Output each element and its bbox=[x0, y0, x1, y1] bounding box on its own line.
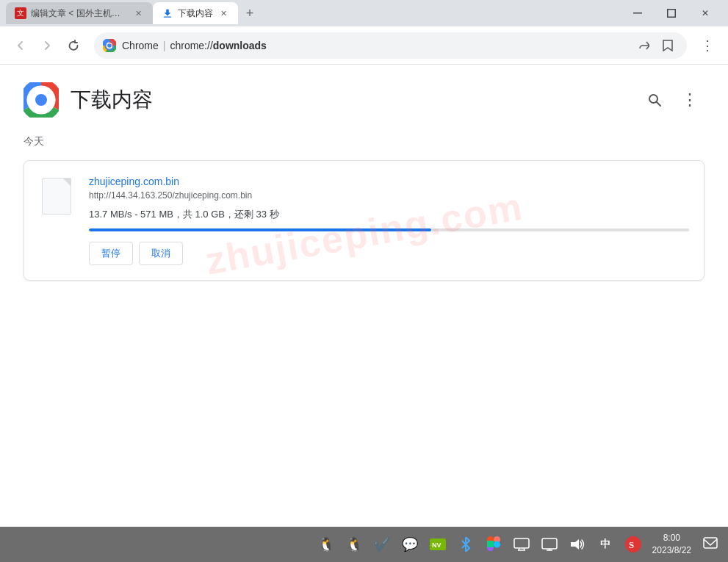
navigation-bar: Chrome | chrome://downloads ⋮ bbox=[0, 26, 728, 65]
svg-point-10 bbox=[35, 94, 47, 106]
download-file-icon bbox=[39, 176, 74, 217]
active-tab-favicon bbox=[162, 7, 173, 19]
svg-marker-27 bbox=[571, 539, 579, 550]
address-url-prefix: chrome:// bbox=[170, 40, 212, 51]
svg-rect-0 bbox=[164, 16, 172, 17]
inactive-tab-favicon: 文 bbox=[15, 7, 26, 19]
svg-point-7 bbox=[107, 43, 112, 48]
download-url: http://144.34.163.250/zhujiceping.com.bi… bbox=[89, 190, 689, 201]
download-filename[interactable]: zhujiceping.com.bin bbox=[89, 176, 689, 187]
inactive-tab-close[interactable]: ✕ bbox=[132, 7, 144, 19]
download-item: zhujiceping.com.bin http://144.34.163.25… bbox=[24, 160, 704, 281]
page-header-actions: ⋮ bbox=[640, 85, 704, 115]
forward-button[interactable] bbox=[35, 34, 59, 57]
window-controls: ✕ bbox=[621, 0, 722, 26]
sogou-icon[interactable]: S bbox=[621, 533, 645, 556]
cancel-button[interactable]: 取消 bbox=[139, 242, 183, 265]
file-icon-shape bbox=[42, 178, 71, 215]
qq-icon[interactable]: 🐧 bbox=[314, 533, 338, 556]
download-progress-fill bbox=[89, 228, 431, 231]
volume-icon[interactable] bbox=[566, 533, 589, 556]
bluetooth-icon[interactable] bbox=[454, 533, 477, 556]
inactive-tab[interactable]: 文 编辑文章 < 国外主机测评 ✕ bbox=[6, 2, 153, 24]
svg-rect-1 bbox=[633, 12, 642, 14]
nvidia-icon[interactable]: NV bbox=[426, 533, 450, 556]
svg-rect-24 bbox=[542, 538, 557, 549]
close-button[interactable]: ✕ bbox=[688, 0, 722, 26]
address-bar[interactable]: Chrome | chrome://downloads bbox=[94, 32, 687, 59]
page-content: zhujiceping.com 下载内容 bbox=[0, 65, 728, 527]
svg-point-18 bbox=[494, 541, 500, 548]
minimize-button[interactable] bbox=[621, 0, 655, 26]
download-speed-info: 13.7 MB/s - 571 MB，共 1.0 GB，还剩 33 秒 bbox=[89, 208, 689, 221]
search-downloads-button[interactable] bbox=[640, 85, 669, 115]
maximize-button[interactable] bbox=[655, 0, 688, 26]
active-tab-label: 下载内容 bbox=[178, 7, 213, 20]
svg-rect-20 bbox=[514, 538, 529, 548]
check-icon[interactable]: ✔️ bbox=[370, 533, 394, 556]
chrome-logo-large bbox=[24, 82, 59, 118]
download-actions: 暂停 取消 bbox=[89, 242, 689, 265]
inactive-tab-label: 编辑文章 < 国外主机测评 bbox=[31, 7, 128, 20]
back-button[interactable] bbox=[9, 34, 32, 57]
active-tab[interactable]: 下载内容 ✕ bbox=[153, 2, 238, 24]
reload-button[interactable] bbox=[62, 34, 85, 57]
svg-line-12 bbox=[657, 102, 660, 106]
more-options-button[interactable]: ⋮ bbox=[696, 34, 719, 57]
svg-text:S: S bbox=[629, 539, 634, 550]
qq2-icon[interactable]: 🐧 bbox=[342, 533, 366, 556]
section-date: 今天 bbox=[24, 135, 704, 148]
address-url-path: downloads bbox=[213, 40, 267, 51]
display-icon[interactable] bbox=[510, 533, 533, 556]
share-button[interactable] bbox=[634, 35, 655, 56]
new-tab-button[interactable]: + bbox=[238, 2, 262, 24]
clock-time: 8:00 bbox=[663, 532, 680, 544]
download-progress-bar bbox=[89, 228, 689, 231]
svg-rect-30 bbox=[704, 538, 717, 548]
address-separator: | bbox=[163, 40, 166, 51]
pause-button[interactable]: 暂停 bbox=[89, 242, 133, 265]
svg-rect-2 bbox=[668, 10, 676, 18]
more-downloads-options-button[interactable]: ⋮ bbox=[675, 85, 704, 115]
ime-icon[interactable]: 中 bbox=[594, 533, 617, 556]
address-text: Chrome | chrome://downloads bbox=[122, 40, 267, 51]
wechat-icon[interactable]: 💬 bbox=[398, 533, 422, 556]
active-tab-close[interactable]: ✕ bbox=[217, 7, 229, 19]
svg-rect-19 bbox=[487, 541, 494, 547]
download-info: zhujiceping.com.bin http://144.34.163.25… bbox=[89, 176, 689, 265]
taskbar: 🐧 🐧 ✔️ 💬 NV bbox=[0, 527, 728, 562]
clock-date: 2023/8/22 bbox=[652, 544, 691, 557]
notification-button[interactable] bbox=[699, 533, 722, 556]
svg-text:NV: NV bbox=[432, 541, 442, 549]
title-bar: 文 编辑文章 < 国外主机测评 ✕ 下载内容 ✕ + ✕ bbox=[0, 0, 728, 26]
page-header: 下载内容 ⋮ bbox=[24, 82, 704, 118]
page-title: 下载内容 bbox=[71, 86, 153, 114]
address-actions bbox=[634, 35, 678, 56]
screen-icon[interactable] bbox=[538, 533, 561, 556]
bookmark-button[interactable] bbox=[657, 35, 678, 56]
taskbar-clock[interactable]: 8:00 2023/8/22 bbox=[649, 532, 694, 557]
chrome-logo-small bbox=[103, 39, 116, 52]
figma-icon[interactable] bbox=[482, 533, 505, 556]
